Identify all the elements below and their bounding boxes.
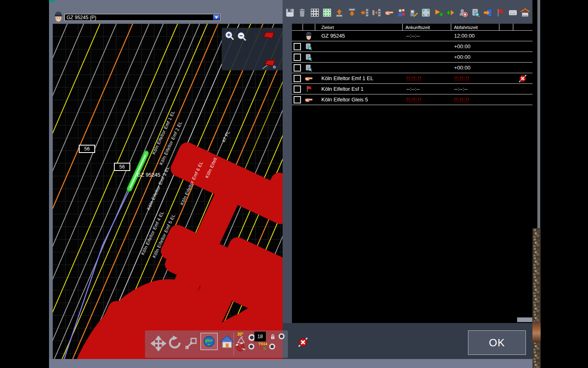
center-view-icon[interactable] [421, 7, 431, 18]
zoom-in-icon[interactable] [224, 30, 235, 41]
rotate-icon[interactable] [167, 335, 183, 350]
ankunft-alert: !!:!!:!! [406, 97, 421, 102]
schedule-settings-icon[interactable] [470, 7, 481, 18]
timetable: Zielort Ankunftszeit Abfahrtszeit GZ 952… [292, 24, 532, 105]
ts14-marks-icon [259, 346, 267, 350]
zoom-out-icon[interactable] [236, 31, 247, 42]
zielort-cell: Köln Eifeltor Emf 1 EL [315, 73, 402, 83]
grid-size-field[interactable]: 18 [254, 332, 266, 341]
table-row[interactable]: Köln Eifeltor Gleis 5 !!:!!:!! !!:!!:!! [292, 94, 532, 105]
train-selector-value: GZ 95245 (P) [67, 15, 96, 20]
ankunft-value: --:--:-- [406, 33, 420, 39]
refuel-icon[interactable] [408, 7, 419, 18]
radio-ring-icon[interactable] [248, 343, 255, 350]
globe-icon [203, 335, 216, 348]
conductor-icon [305, 31, 313, 40]
pan-icon[interactable] [151, 336, 166, 351]
ankunft-value: --:--:-- [406, 86, 420, 92]
chevron-down-icon [215, 16, 218, 19]
signal-plate-small-icon[interactable] [261, 57, 279, 70]
table-row[interactable]: +00:00 [292, 63, 532, 73]
flag-icon [305, 85, 313, 93]
map-mini-toolbar: 30° 18 TS14 [145, 330, 288, 358]
train-driver-avatar [53, 11, 64, 22]
header-ankunftszeit[interactable]: Ankunftszeit [402, 24, 451, 30]
row-checkbox[interactable] [294, 43, 301, 50]
delete-destination-icon[interactable] [297, 336, 309, 348]
schedule-doc-icon [305, 64, 313, 72]
selected-train-label: GZ 95245 [137, 172, 160, 178]
remove-destination-icon[interactable] [518, 74, 528, 83]
ok-button-label: OK [489, 337, 505, 349]
abfahrt-value: +00:00 [454, 65, 470, 71]
destination-flag-icon[interactable] [495, 7, 506, 18]
grid-green-icon[interactable] [322, 7, 332, 18]
dialog-accent-chip [49, 0, 54, 2]
route-start-add-icon[interactable] [433, 7, 444, 18]
radio-ring-icon[interactable] [278, 333, 285, 340]
dropdown-arrow-button[interactable] [213, 15, 220, 20]
lock-icon[interactable] [270, 334, 276, 340]
hand-icon [304, 74, 313, 83]
grid-small-icon[interactable] [310, 7, 320, 18]
abfahrt-value: +00:00 [454, 54, 470, 60]
control-panel-icon[interactable] [508, 7, 518, 18]
hand-icon [304, 95, 313, 104]
train-selector-dropdown[interactable]: GZ 95245 (P) [65, 14, 220, 21]
schedule-doc-icon [305, 43, 313, 51]
zielort-cell: GZ 95245 [315, 31, 402, 41]
route-add-icon[interactable] [445, 7, 456, 18]
scene-pole [537, 0, 540, 228]
move-down-icon[interactable] [347, 7, 357, 18]
schedule-doc-icon [305, 53, 313, 61]
ts14-label: TS14 [258, 342, 267, 346]
table-row[interactable]: Köln Eifeltor Esf 1 --:--:-- --:--:-- [292, 84, 532, 94]
table-row[interactable]: Köln Eifeltor Emf 1 EL !!:!!:!! !!:!!:!! [292, 73, 532, 84]
dialog-bottom-edge [49, 359, 532, 368]
row-checkbox[interactable] [294, 96, 301, 103]
ok-button[interactable]: OK [468, 330, 526, 355]
track-lines [53, 24, 283, 359]
scene-ballast-photo [532, 228, 541, 368]
abfahrt-value: +00:00 [454, 43, 470, 49]
insert-after-icon[interactable] [359, 7, 370, 18]
scene-rail-photo [532, 321, 541, 343]
abfahrt-value: --:--:-- [454, 86, 468, 92]
row-checkbox[interactable] [294, 54, 301, 61]
globe-view-button[interactable] [200, 333, 218, 350]
enter-depot-icon[interactable] [483, 7, 493, 18]
horizontal-scrollbar-thumb[interactable] [517, 317, 532, 322]
radio-ring-icon[interactable] [269, 343, 276, 350]
insert-before-icon[interactable] [371, 7, 382, 18]
home-icon[interactable] [219, 334, 235, 350]
header-zielort[interactable]: Zielort [315, 24, 402, 30]
table-row-train[interactable]: GZ 95245 --:--:-- 12:00:00 [292, 31, 532, 41]
table-row[interactable]: +00:00 [292, 52, 532, 63]
depot-icon[interactable] [520, 7, 530, 18]
row-checkbox[interactable] [294, 75, 301, 82]
passengers-icon[interactable] [396, 7, 407, 18]
row-checkbox[interactable] [294, 64, 301, 72]
abfahrt-alert: !!:!!:!! [454, 97, 469, 102]
resize-icon[interactable] [184, 336, 198, 350]
ankunft-alert: !!:!!:!! [406, 76, 421, 81]
zielort-cell [315, 63, 402, 73]
table-row[interactable]: +00:00 [292, 41, 532, 52]
signal-plate-icon[interactable] [262, 31, 276, 41]
select-hand-icon[interactable] [384, 7, 394, 18]
zielort-cell [315, 41, 402, 52]
map-zoom-panel [222, 28, 283, 70]
track-length-marker: 56 [79, 145, 95, 153]
row-checkbox[interactable] [294, 85, 301, 93]
timetable-toolbar [285, 5, 530, 20]
zielort-cell [315, 52, 402, 62]
abfahrt-alert: !!:!!:!! [454, 76, 469, 81]
remove-driver-icon[interactable] [458, 7, 468, 18]
zielort-cell: Köln Eifeltor Gleis 5 [315, 94, 402, 105]
header-abfahrtszeit[interactable]: Abfahrtszeit [451, 24, 499, 30]
save-icon[interactable] [285, 7, 295, 18]
move-up-icon[interactable] [334, 7, 345, 18]
delete-icon[interactable] [297, 7, 307, 18]
track-plan-map[interactable]: Köln Eifeltor Emf 1 EL Köln Eifeltor Emf… [53, 24, 283, 359]
track-length-marker: 56 [114, 163, 130, 171]
